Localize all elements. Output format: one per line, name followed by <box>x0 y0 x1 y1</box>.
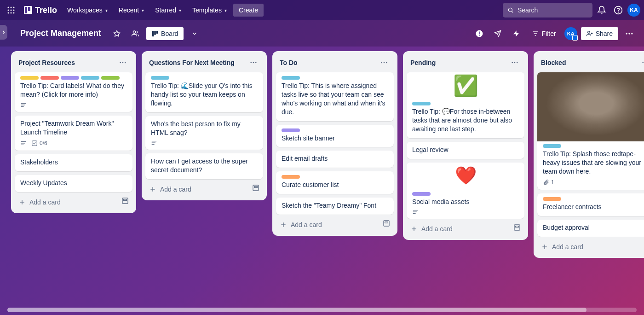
scrollbar-thumb[interactable] <box>7 308 586 312</box>
add-card-button[interactable]: Add a card <box>276 217 326 232</box>
automation-icon[interactable] <box>509 26 523 41</box>
list-title[interactable]: Questions For Next Meeting <box>149 59 235 66</box>
board-title[interactable]: Project Management <box>16 29 106 38</box>
svg-point-7 <box>11 12 12 14</box>
add-card-button[interactable]: Add a card <box>15 195 64 210</box>
add-card-button[interactable]: Add a card <box>407 222 456 236</box>
card[interactable]: ✅Trello Tip: 💬For those in-between tasks… <box>407 72 524 138</box>
list-title[interactable]: Blocked <box>541 59 566 66</box>
svg-point-30 <box>626 33 627 34</box>
list-menu-icon[interactable] <box>247 57 259 69</box>
label-lime[interactable] <box>101 76 120 80</box>
card[interactable]: Curate customer list <box>276 171 394 194</box>
card[interactable]: Who's the best person to fix my HTML sna… <box>145 116 263 150</box>
share-button[interactable]: Share <box>581 27 618 40</box>
card[interactable]: Trello Tip: Splash those redtape-heavy i… <box>537 72 644 190</box>
board-view-switch[interactable]: Board <box>146 27 184 40</box>
svg-point-65 <box>514 62 516 64</box>
add-card-button[interactable]: Add a card <box>537 239 587 254</box>
list-menu-icon[interactable] <box>378 57 390 69</box>
label-purple[interactable] <box>412 192 431 196</box>
label-sky[interactable] <box>151 76 169 80</box>
list: To DoTrello Tip: This is where assigned … <box>272 51 397 236</box>
card[interactable]: Sketch site banner <box>276 125 394 147</box>
card-labels <box>412 192 519 196</box>
star-board-icon[interactable] <box>109 26 124 41</box>
rocket-icon[interactable] <box>490 26 505 41</box>
trello-logo[interactable]: Trello <box>20 6 61 15</box>
list: BlockedTrello Tip: Splash those redtape-… <box>534 51 644 258</box>
svg-point-64 <box>512 62 513 64</box>
list-title[interactable]: Project Resources <box>18 59 75 66</box>
label-sky[interactable] <box>543 144 561 148</box>
card-template-icon[interactable] <box>640 238 644 253</box>
list-header: Pending <box>407 55 524 72</box>
chevron-down-icon: ▾ <box>142 8 144 13</box>
visibility-icon[interactable] <box>128 26 143 41</box>
notifications-icon[interactable] <box>594 3 609 18</box>
create-button[interactable]: Create <box>233 4 264 17</box>
label-purple[interactable] <box>61 76 79 80</box>
label-sky[interactable] <box>81 76 99 80</box>
card[interactable]: Stakeholders <box>15 154 132 171</box>
nav-starred[interactable]: Starred▾ <box>150 4 186 17</box>
filter-button[interactable]: Filter <box>527 27 561 40</box>
list-menu-icon[interactable] <box>639 57 644 69</box>
card[interactable]: Trello Tip: 🌊Slide your Q's into this ha… <box>145 72 263 112</box>
label-orange[interactable] <box>282 175 300 179</box>
card[interactable]: Sketch the "Teamy Dreamy" Font <box>276 198 394 215</box>
expand-sidebar-button[interactable] <box>0 25 7 40</box>
view-options-icon[interactable] <box>187 26 202 41</box>
card[interactable]: Trello Tip: This is where assigned tasks… <box>276 72 394 121</box>
svg-rect-56 <box>254 187 258 188</box>
list-title[interactable]: Pending <box>410 59 436 66</box>
label-purple[interactable] <box>282 128 300 132</box>
add-card-label: Add a card <box>291 221 322 228</box>
card-cover-check: ✅ <box>407 72 524 99</box>
card-title: Trello Tip: This is where assigned tasks… <box>282 82 388 117</box>
board-menu-icon[interactable] <box>622 26 637 41</box>
label-yellow[interactable] <box>20 76 39 80</box>
share-icon <box>586 30 593 37</box>
card-template-icon[interactable] <box>248 181 263 195</box>
card[interactable]: Weekly Updates <box>15 175 132 192</box>
card[interactable]: Freelancer contracts <box>537 193 644 216</box>
label-red[interactable] <box>40 76 59 80</box>
label-sky[interactable] <box>282 76 300 80</box>
card-title: Trello Tip: Splash those redtape-heavy i… <box>543 150 644 176</box>
search-box[interactable] <box>503 3 592 18</box>
board-member-avatar[interactable]: KA <box>564 27 577 40</box>
user-avatar[interactable]: KA <box>627 4 640 17</box>
label-orange[interactable] <box>543 197 561 201</box>
card-template-icon[interactable] <box>379 216 394 231</box>
card-template-icon[interactable] <box>118 193 132 208</box>
nav-workspaces[interactable]: Workspaces▾ <box>63 4 112 17</box>
search-input[interactable] <box>518 6 588 14</box>
card[interactable]: Legal review <box>407 142 524 159</box>
card[interactable]: Edit email drafts <box>276 151 394 168</box>
list-menu-icon[interactable] <box>117 57 129 69</box>
card[interactable]: ❤️Social media assets <box>407 163 524 219</box>
nav-recent[interactable]: Recent▾ <box>114 4 149 17</box>
card[interactable]: Budget approval <box>537 220 644 237</box>
label-sky[interactable] <box>412 102 431 105</box>
board-canvas[interactable]: Project ResourcesTrello Tip: Card labels… <box>0 47 644 315</box>
list-title[interactable]: To Do <box>280 59 298 66</box>
card-title: Edit email drafts <box>282 154 388 163</box>
apps-switcher-icon[interactable] <box>4 3 18 18</box>
svg-rect-46 <box>124 199 127 200</box>
card[interactable]: How can I get access to the super secret… <box>145 153 263 179</box>
svg-point-35 <box>125 62 126 64</box>
card-template-icon[interactable] <box>510 220 524 235</box>
help-icon[interactable] <box>611 3 626 18</box>
nav-templates[interactable]: Templates▾ <box>188 4 231 17</box>
card[interactable]: Project "Teamwork Dream Work" Launch Tim… <box>15 116 132 151</box>
card[interactable]: Trello Tip: Card labels! What do they me… <box>15 72 132 112</box>
svg-point-9 <box>508 8 512 12</box>
board-icon <box>152 30 158 37</box>
list-menu-icon[interactable] <box>509 57 521 69</box>
alert-icon[interactable] <box>472 26 487 41</box>
nav-templates-label: Templates <box>192 6 222 14</box>
horizontal-scrollbar[interactable] <box>7 308 637 312</box>
add-card-button[interactable]: Add a card <box>145 182 195 197</box>
